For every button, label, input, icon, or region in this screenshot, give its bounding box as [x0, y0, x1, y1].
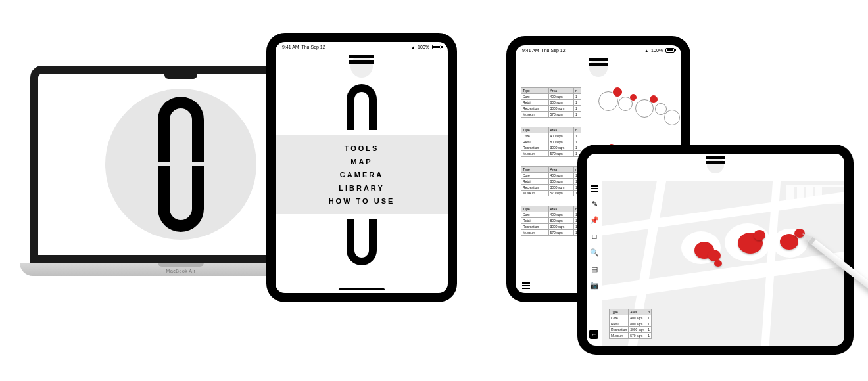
table-header: Type: [610, 309, 629, 315]
table-header: n: [573, 88, 581, 94]
table-row: Museum570 sqm1: [521, 190, 581, 196]
table-row: Retail800 sqm1: [521, 100, 581, 106]
table-header: n: [573, 127, 581, 133]
space-table: TypeAreanCore400 sqm1Retail800 sqm1Recre…: [521, 206, 581, 236]
table-header: n: [646, 309, 652, 315]
battery-icon: [432, 45, 441, 49]
brand-header: [349, 55, 374, 79]
table-row: Recreation3000 sqm1: [610, 327, 652, 333]
table-header: Area: [548, 206, 573, 212]
logo-bottom-u: [158, 166, 204, 232]
table-header: Type: [521, 167, 549, 173]
brand-logo: [158, 97, 204, 232]
map-space-table: TypeAreanCore400 sqm1Retail800 sqm1Recre…: [609, 309, 652, 339]
table-row: Core400 sqm1: [521, 94, 581, 100]
table-header: Area: [548, 88, 573, 94]
table-header: Area: [548, 127, 573, 133]
table-row: Retail800 sqm1: [610, 321, 652, 327]
wifi-icon: [644, 48, 648, 53]
logo-bottom-u: [347, 219, 377, 265]
zoom-icon[interactable]: 🔍: [590, 248, 599, 257]
table-header: Type: [521, 206, 549, 212]
table-row: Museum570 sqm1: [521, 151, 581, 157]
camera-icon[interactable]: 📷: [590, 281, 599, 290]
table-header: Type: [521, 127, 549, 133]
menu-item-library[interactable]: LIBRARY: [339, 184, 384, 192]
table-row: Recreation3000 sqm1: [521, 185, 581, 190]
pin-icon[interactable]: 📌: [590, 216, 599, 225]
wifi-icon: [411, 45, 415, 49]
table-header: Type: [521, 88, 549, 94]
table-row: Retail800 sqm1: [521, 218, 581, 224]
macbook-label: MacBook Air: [166, 269, 196, 273]
logo-top-u: [347, 84, 377, 130]
brand-header: [706, 156, 725, 176]
table-row: Museum570 sqm1: [521, 230, 581, 236]
space-table: TypeAreanCore400 sqm1Retail800 sqm1Recre…: [521, 87, 581, 118]
menu-item-camera[interactable]: CAMERA: [340, 171, 383, 179]
table-row: Recreation3000 sqm1: [521, 145, 581, 151]
eraser-icon[interactable]: □: [592, 233, 597, 240]
table-row: Museum570 sqm1: [610, 333, 652, 339]
table-header: Area: [548, 167, 573, 173]
home-indicator[interactable]: [339, 288, 385, 290]
table-row: Museum570 sqm1: [521, 112, 581, 118]
table-row: Retail800 sqm1: [521, 179, 581, 185]
back-button[interactable]: ←: [589, 330, 598, 339]
space-table: TypeAreanCore400 sqm1Retail800 sqm1Recre…: [521, 127, 581, 157]
hamburger-icon[interactable]: [522, 282, 530, 289]
menu-item-tools[interactable]: TOOLS: [345, 145, 379, 152]
map-canvas[interactable]: TypeAreanCore400 sqm1Retail800 sqm1Recre…: [602, 181, 844, 346]
table-row: Recreation3000 sqm1: [521, 224, 581, 230]
battery-icon: [665, 48, 675, 53]
ipad-menu-device: 9:41 AM Thu Sep 12 100% TOOLS MAP CAMERA…: [266, 33, 457, 302]
table-row: Core400 sqm1: [521, 212, 581, 218]
menu-item-how-to-use[interactable]: HOW TO USE: [329, 197, 395, 205]
pen-icon[interactable]: ✎: [592, 200, 598, 208]
table-row: Core400 sqm1: [521, 133, 581, 139]
table-row: Core400 sqm1: [610, 315, 652, 321]
hamburger-icon[interactable]: [591, 185, 598, 192]
table-row: Recreation3000 sqm1: [521, 106, 581, 112]
table-row: Retail800 sqm1: [521, 139, 581, 145]
ipad-map-device: ✎ 📌 □ 🔍 ▤ 📷: [577, 145, 854, 355]
status-bar: 9:41 AM Thu Sep 12 100%: [276, 42, 448, 51]
status-battery-text: 100%: [418, 45, 429, 49]
brand-header: [589, 58, 608, 79]
status-time: 9:41 AM Thu Sep 12: [282, 45, 326, 49]
menu-item-map[interactable]: MAP: [350, 158, 372, 166]
space-table: TypeAreanCore400 sqm1Retail800 sqm1Recre…: [521, 166, 581, 196]
table-header: Area: [629, 309, 646, 315]
table-row: Core400 sqm1: [521, 173, 581, 179]
logo-top-u: [158, 97, 204, 162]
status-bar: 9:41 AM Thu Sep 12 100%: [516, 45, 681, 55]
layers-icon[interactable]: ▤: [591, 265, 598, 273]
